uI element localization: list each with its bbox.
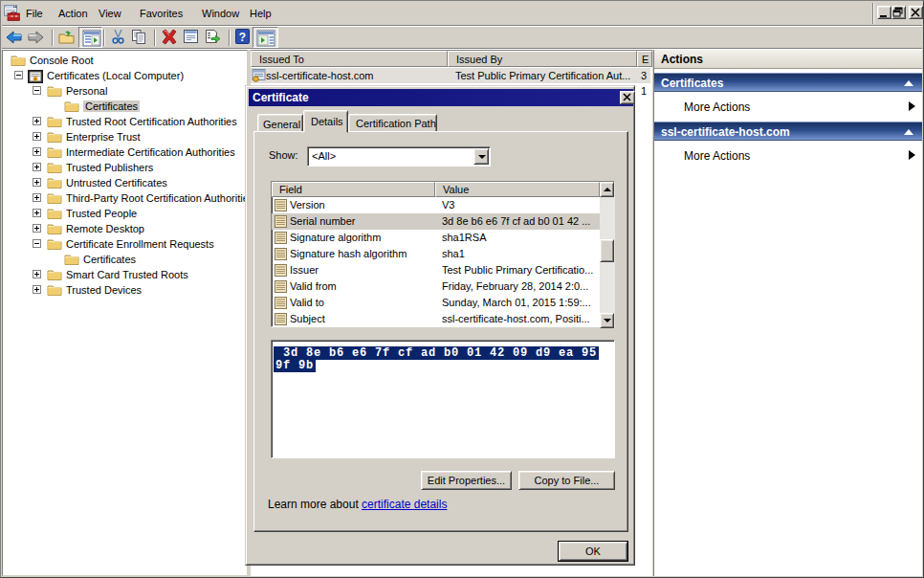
svg-text:?: ? bbox=[239, 31, 246, 44]
